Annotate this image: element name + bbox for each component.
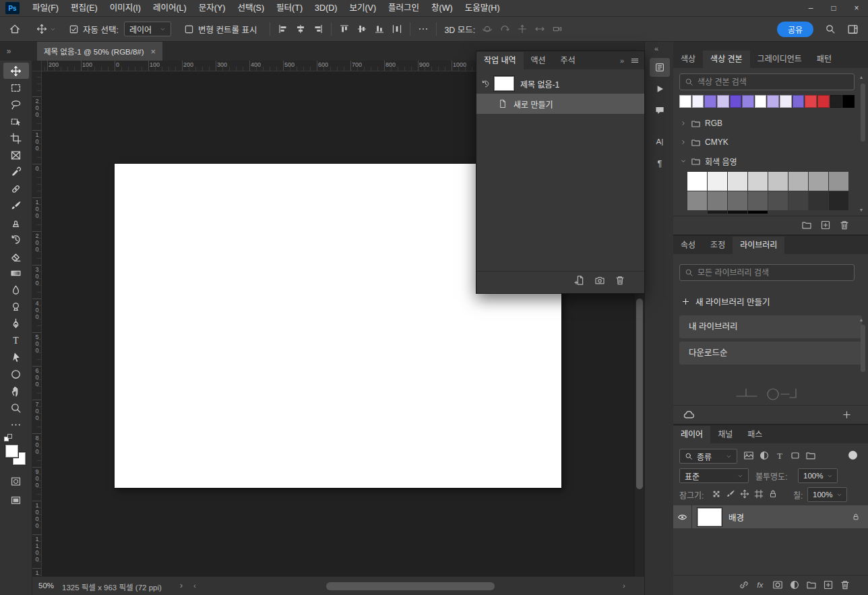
layer-thumbnail[interactable] [698, 508, 722, 526]
history-brush-tool[interactable] [3, 231, 29, 247]
dock-expand-button[interactable]: « [654, 44, 658, 53]
menu-item-8[interactable]: 보기(V) [343, 0, 382, 17]
color-swatch[interactable] [742, 95, 754, 108]
actions-panel-button[interactable] [650, 80, 670, 98]
library-search-input[interactable] [698, 268, 849, 278]
brush-tool[interactable] [3, 197, 29, 214]
color-swatch[interactable] [692, 95, 704, 108]
gray-swatch[interactable] [748, 191, 768, 210]
gray-swatch[interactable] [728, 211, 747, 214]
libraries-tab-1[interactable]: 조정 [703, 237, 733, 254]
gray-swatch[interactable] [788, 191, 808, 210]
quick-mask-button[interactable] [3, 473, 29, 489]
lock-image-pixels-button[interactable] [726, 489, 735, 499]
zoom-tool[interactable] [3, 400, 29, 416]
menu-item-2[interactable]: 이미지(I) [104, 0, 147, 17]
new-document-from-state-button[interactable] [574, 275, 585, 286]
swatches-scrollbar[interactable]: ▴ ▾ [859, 74, 867, 213]
blend-mode-dropdown[interactable]: 표준 [679, 468, 749, 483]
crop-tool[interactable] [3, 130, 29, 146]
gray-swatch[interactable] [829, 172, 848, 191]
shape-tool[interactable] [3, 366, 29, 382]
color-swatch[interactable] [704, 95, 716, 108]
window-close-button[interactable]: × [845, 0, 868, 17]
history-panel-button[interactable] [650, 58, 670, 77]
delete-state-button[interactable] [615, 275, 625, 286]
3d-pan-button[interactable] [517, 24, 528, 34]
gray-swatch[interactable] [748, 211, 768, 214]
color-swatch[interactable] [805, 95, 817, 108]
gray-swatch[interactable] [687, 191, 707, 210]
scroll-up-icon[interactable]: ▴ [860, 74, 863, 80]
lasso-tool[interactable] [3, 96, 29, 113]
gray-swatch[interactable] [809, 172, 828, 191]
history-state-row[interactable]: 새로 만들기 [476, 94, 644, 114]
library-item[interactable]: 내 라이브러리 [679, 315, 862, 338]
gray-swatch[interactable] [708, 172, 727, 191]
marquee-tool[interactable] [3, 80, 29, 96]
status-menu-chevron[interactable]: › [180, 581, 183, 590]
scroll-up-icon[interactable]: ▴ [860, 317, 863, 323]
layer-visibility-toggle[interactable] [673, 505, 692, 528]
gradient-tool[interactable] [3, 265, 29, 281]
layer-style-button[interactable]: fx [755, 580, 766, 590]
show-transform-checkbox[interactable] [184, 24, 194, 34]
library-item[interactable]: 다운로드순 [679, 342, 862, 365]
swatches-tab-1[interactable]: 색상 견본 [703, 51, 750, 68]
new-swatch-button[interactable] [820, 220, 831, 230]
color-swatch[interactable] [717, 95, 729, 108]
layer-filter-kind-dropdown[interactable]: 종류 [679, 449, 737, 464]
share-button[interactable]: 공유 [777, 22, 813, 37]
distribute-horizontal-button[interactable] [392, 24, 402, 34]
align-bottom-edges-button[interactable] [374, 24, 385, 34]
swatch-search-field[interactable] [679, 73, 855, 90]
tool-preset-picker[interactable] [36, 24, 56, 34]
history-snapshot-row[interactable]: 제목 없음-1 [476, 73, 644, 94]
window-minimize-button[interactable]: – [799, 0, 822, 17]
scrollbar-thumb[interactable] [861, 325, 865, 372]
gray-swatch[interactable] [788, 172, 808, 191]
delete-layer-button[interactable] [840, 580, 850, 590]
align-vertical-centers-button[interactable] [356, 24, 367, 34]
gray-swatch[interactable] [829, 191, 848, 210]
dodge-tool[interactable] [3, 299, 29, 315]
menu-item-0[interactable]: 파일(F) [26, 0, 65, 17]
lock-transparent-pixels-button[interactable] [712, 489, 721, 499]
history-brush-source-well[interactable] [476, 94, 494, 114]
menu-item-3[interactable]: 레이어(L) [147, 0, 193, 17]
align-right-edges-button[interactable] [313, 24, 323, 34]
character-panel-button[interactable]: A| [650, 132, 670, 151]
tab-close-icon[interactable]: × [151, 46, 156, 57]
swatch-group-collapsed[interactable]: CMYK [673, 133, 857, 152]
3d-roll-button[interactable] [499, 24, 510, 34]
new-snapshot-button[interactable] [594, 275, 605, 286]
type-tool[interactable]: T [3, 332, 29, 348]
link-layers-button[interactable] [739, 580, 749, 590]
gray-swatch[interactable] [687, 172, 707, 191]
new-adjustment-layer-button[interactable] [789, 580, 800, 590]
history-brush-source-well[interactable] [476, 73, 494, 94]
color-swatch[interactable] [767, 95, 779, 108]
menu-item-5[interactable]: 선택(S) [231, 0, 270, 17]
opacity-dropdown[interactable]: 100% [798, 468, 838, 483]
3d-slide-button[interactable] [534, 24, 545, 34]
filter-smart-objects-button[interactable] [805, 450, 816, 461]
hand-tool[interactable] [3, 383, 29, 399]
menu-item-11[interactable]: 도움말(H) [459, 0, 506, 17]
blur-tool[interactable] [3, 282, 29, 298]
panel-collapse-button[interactable]: » [620, 57, 624, 65]
filter-adjustment-layers-button[interactable] [759, 450, 770, 461]
align-top-edges-button[interactable] [339, 24, 350, 34]
swatches-tab-2[interactable]: 그레이디언트 [750, 51, 809, 68]
document-tab[interactable]: 제목 없음-1 @ 50% (RGB/8#) × [37, 42, 162, 61]
foreground-color-swatch[interactable] [5, 445, 18, 458]
ruler-origin-corner[interactable] [32, 61, 42, 71]
3d-camera-button[interactable] [552, 24, 563, 34]
lock-position-button[interactable] [740, 489, 749, 499]
menu-item-1[interactable]: 편집(E) [65, 0, 104, 17]
align-horizontal-centers-button[interactable] [295, 24, 306, 34]
layers-tab-2[interactable]: 패스 [740, 426, 770, 443]
layers-tab-1[interactable]: 채널 [710, 426, 740, 443]
horizontal-scrollbar-thumb[interactable] [326, 582, 495, 590]
gray-swatch[interactable] [809, 191, 828, 210]
